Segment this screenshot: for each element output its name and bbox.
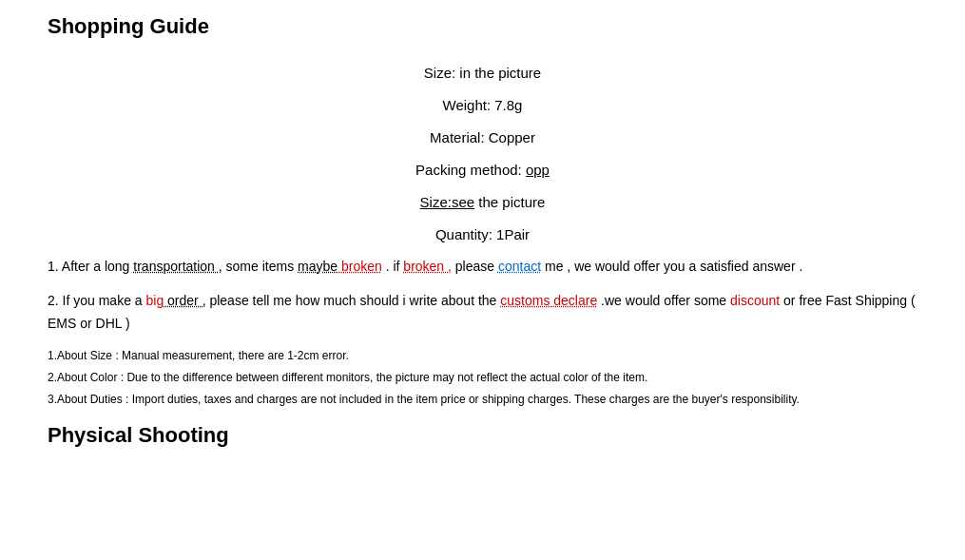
weight-info: Weight: 7.8g xyxy=(48,94,917,117)
shopping-guide-title: Shopping Guide xyxy=(48,10,917,43)
note-3: 3.About Duties : Import duties, taxes an… xyxy=(48,391,917,409)
para1-broken2: broken , xyxy=(403,259,452,274)
paragraph-2: 2. If you make a big order , please tell… xyxy=(48,290,917,336)
size-see-info: Size:see the picture xyxy=(48,191,917,214)
para2-declare: declare xyxy=(550,293,597,308)
size-see-label: Size:see xyxy=(420,194,475,210)
note-1: 1.About Size : Manual measurement, there… xyxy=(48,347,917,365)
para2-big: big xyxy=(146,293,164,308)
para1-text1: 1. After a long xyxy=(48,259,133,274)
para2-discount: discount xyxy=(730,293,780,308)
size-see-rest: the picture xyxy=(474,194,545,210)
packing-value: opp xyxy=(526,162,550,178)
para1-contact: contact xyxy=(498,259,541,274)
physical-shooting-title: Physical Shooting xyxy=(48,418,917,452)
packing-label: Packing method: xyxy=(415,162,522,178)
para1-text3: . if xyxy=(382,259,404,274)
para1-transportation: transportation , xyxy=(133,259,222,274)
para1-maybe: maybe xyxy=(298,259,338,274)
para2-text1: 2. If you make a xyxy=(48,293,146,308)
para2-order: order , xyxy=(164,293,205,308)
para1-text2: some items xyxy=(222,259,298,274)
para1-text4: please xyxy=(452,259,498,274)
material-info: Material: Copper xyxy=(48,126,917,149)
para2-text2: please tell me how much should i write a… xyxy=(206,293,501,308)
packing-info: Packing method: opp xyxy=(48,159,917,182)
paragraph-1: 1. After a long transportation , some it… xyxy=(48,256,917,279)
para1-text5: me , we would offer you a satisfied answ… xyxy=(541,259,802,274)
note-2: 2.About Color : Due to the difference be… xyxy=(48,369,917,387)
para1-broken1: broken xyxy=(338,259,382,274)
para2-customs: customs xyxy=(500,293,550,308)
para2-text3: .we would offer some xyxy=(597,293,730,308)
size-info: Size: in the picture xyxy=(48,62,917,85)
quantity-info: Quantity: 1Pair xyxy=(48,223,917,246)
